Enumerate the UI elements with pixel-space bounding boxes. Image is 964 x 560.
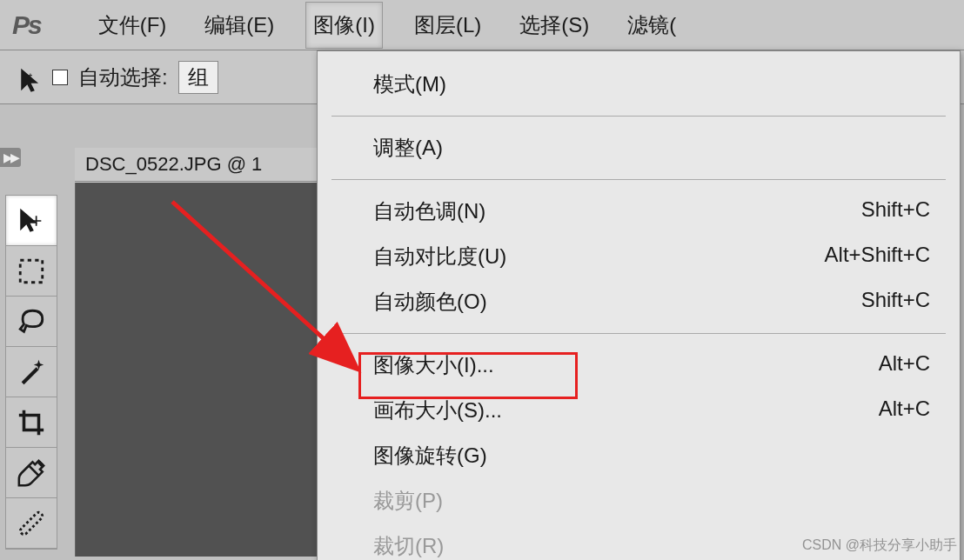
menu-image-rotation-label: 图像旋转(G) xyxy=(373,442,487,470)
menu-adjustments[interactable]: 调整(A) xyxy=(318,125,960,170)
magic-wand-tool[interactable] xyxy=(6,347,57,397)
menu-canvas-size[interactable]: 画布大小(S)... Alt+C xyxy=(318,388,960,433)
menu-auto-contrast-label: 自动对比度(U) xyxy=(373,243,506,270)
menu-canvas-size-shortcut: Alt+C xyxy=(879,397,930,424)
menu-separator xyxy=(331,333,946,334)
menu-layer[interactable]: 图层(L) xyxy=(407,3,488,48)
expand-panels-tab[interactable]: ▶▶ xyxy=(0,148,21,167)
auto-select-checkbox[interactable] xyxy=(52,70,68,85)
menu-trim-label: 裁切(R) xyxy=(373,532,444,560)
menu-auto-tone[interactable]: 自动色调(N) Shift+C xyxy=(318,189,960,234)
crop-tool-icon xyxy=(17,408,46,437)
eyedropper-tool[interactable] xyxy=(6,448,57,498)
menu-image-size-label: 图像大小(I)... xyxy=(373,351,494,379)
menu-auto-color-label: 自动颜色(O) xyxy=(373,288,487,316)
svg-rect-0 xyxy=(20,260,43,283)
menu-image[interactable]: 图像(I) xyxy=(305,2,383,49)
watermark: CSDN @科技分享小助手 xyxy=(802,537,957,555)
healing-brush-tool[interactable] xyxy=(6,498,57,549)
healing-brush-tool-icon xyxy=(17,509,46,538)
menu-auto-tone-label: 自动色调(N) xyxy=(373,197,485,225)
menu-auto-color-shortcut: Shift+C xyxy=(861,288,930,316)
menu-crop[interactable]: 裁剪(P) xyxy=(318,478,960,523)
menu-auto-contrast-shortcut: Alt+Shift+C xyxy=(825,243,930,270)
document-tab[interactable]: DSC_0522.JPG @ 1 xyxy=(75,148,336,182)
marquee-tool-icon xyxy=(17,257,46,286)
menu-separator xyxy=(331,179,946,180)
menu-auto-color[interactable]: 自动颜色(O) Shift+C xyxy=(318,279,960,324)
marquee-tool[interactable] xyxy=(6,246,57,297)
menu-auto-tone-shortcut: Shift+C xyxy=(861,197,930,225)
move-tool-active-icon xyxy=(17,66,47,96)
menu-select[interactable]: 选择(S) xyxy=(512,3,596,48)
menu-filter[interactable]: 滤镜( xyxy=(620,3,683,48)
eyedropper-tool-icon xyxy=(17,458,46,488)
menu-mode[interactable]: 模式(M) xyxy=(318,62,960,107)
image-menu-dropdown: 模式(M) 调整(A) 自动色调(N) Shift+C 自动对比度(U) Alt… xyxy=(317,50,961,560)
menu-canvas-size-label: 画布大小(S)... xyxy=(373,397,502,424)
auto-select-dropdown[interactable]: 组 xyxy=(178,61,218,94)
move-tool[interactable] xyxy=(6,196,57,246)
menu-mode-label: 模式(M) xyxy=(373,70,446,98)
toolbox xyxy=(5,195,57,550)
menu-image-size-shortcut: Alt+C xyxy=(879,351,930,379)
move-tool-icon xyxy=(17,206,46,236)
crop-tool[interactable] xyxy=(6,397,57,448)
menu-separator xyxy=(331,116,946,117)
menu-edit[interactable]: 编辑(E) xyxy=(197,3,281,48)
canvas[interactable] xyxy=(75,183,336,557)
menu-image-size[interactable]: 图像大小(I)... Alt+C xyxy=(318,343,960,388)
lasso-tool-icon xyxy=(17,307,46,337)
menu-adjustments-label: 调整(A) xyxy=(373,134,443,162)
menu-crop-label: 裁剪(P) xyxy=(373,487,443,515)
menu-file[interactable]: 文件(F) xyxy=(91,3,174,48)
lasso-tool[interactable] xyxy=(6,297,57,347)
menu-auto-contrast[interactable]: 自动对比度(U) Alt+Shift+C xyxy=(318,234,960,279)
menu-bar: Ps 文件(F) 编辑(E) 图像(I) 图层(L) 选择(S) 滤镜( xyxy=(0,0,964,50)
document-area: DSC_0522.JPG @ 1 xyxy=(75,148,336,557)
menu-image-rotation[interactable]: 图像旋转(G) xyxy=(318,433,960,478)
magic-wand-tool-icon xyxy=(17,357,46,387)
auto-select-label: 自动选择: xyxy=(78,63,168,91)
ps-logo: Ps xyxy=(12,10,41,40)
